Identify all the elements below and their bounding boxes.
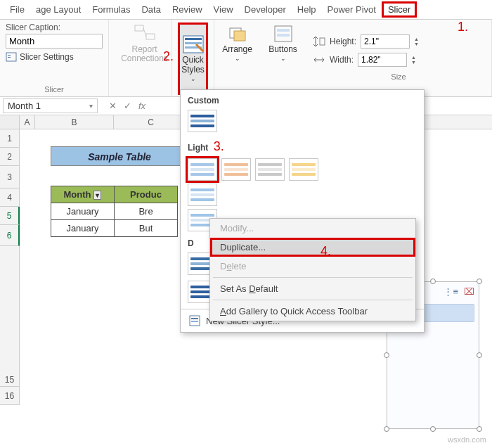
style-swatch-selected[interactable] (188, 158, 217, 181)
clear-filter-icon[interactable]: ⌧ (464, 286, 474, 297)
cell[interactable]: Bre (115, 203, 178, 220)
svg-rect-17 (191, 318, 198, 319)
col-header-B[interactable]: B (35, 115, 114, 129)
table-row[interactable]: JanuaryBre (51, 203, 178, 220)
style-swatch[interactable] (221, 158, 251, 181)
ribbon: Slicer Caption: Slicer Settings Slicer R… (0, 20, 492, 97)
resize-handle[interactable] (430, 279, 436, 284)
cancel-formula-icon[interactable]: ✕ (109, 101, 117, 111)
tab-data[interactable]: Data (136, 1, 166, 18)
annotation-2: 2. (163, 49, 174, 64)
chevron-down-icon: ⌄ (235, 56, 240, 63)
tab-file[interactable]: File (4, 1, 30, 18)
svg-rect-1 (8, 55, 11, 56)
arrange-button[interactable]: Arrange ⌄ (214, 20, 260, 96)
ctx-duplicate-label: Duplicate... (220, 242, 266, 252)
buttons-button[interactable]: Buttons ⌄ (260, 20, 306, 96)
annotation-3: 3. (214, 139, 224, 153)
table-row[interactable]: JanuaryBut (51, 220, 178, 237)
width-spinner[interactable]: ▲▼ (411, 55, 416, 65)
slicer-settings-button[interactable]: Slicer Settings (6, 51, 103, 63)
style-swatch[interactable] (188, 184, 217, 206)
row-header[interactable]: 15 (0, 246, 20, 387)
row-header[interactable]: 1 (0, 129, 20, 148)
ctx-delete: Delete (210, 257, 415, 276)
cell[interactable]: But (115, 220, 178, 237)
svg-rect-7 (185, 42, 202, 44)
resize-handle[interactable] (384, 426, 389, 432)
quick-styles-icon (182, 34, 205, 54)
ctx-add-to-qat[interactable]: Add Gallery to Quick Access Toolbar (210, 302, 415, 321)
row-header[interactable]: 6 (0, 225, 20, 246)
filter-icon[interactable]: ▾ (93, 191, 101, 200)
tab-review[interactable]: Review (167, 1, 208, 18)
svg-rect-3 (135, 25, 143, 31)
multi-select-icon[interactable]: ⋮≡ (444, 286, 458, 297)
style-swatch[interactable] (289, 158, 318, 181)
buttons-icon (273, 24, 294, 44)
tab-developer[interactable]: Developer (239, 1, 292, 18)
row-header[interactable]: 2 (0, 148, 20, 166)
arrange-label: Arrange (222, 45, 252, 54)
svg-rect-2 (8, 57, 11, 58)
col-header-C[interactable]: C (114, 115, 188, 129)
name-box[interactable]: Month 1 ▾ (3, 98, 98, 113)
quick-styles-label: Quick Styles (180, 56, 206, 74)
resize-handle[interactable] (384, 352, 389, 358)
tab-view[interactable]: View (208, 1, 239, 18)
tab-page-layout[interactable]: age Layout (30, 1, 86, 18)
group-slicer-styles: Quick Styles ⌄ (172, 20, 214, 96)
group-label-size: Size (313, 71, 484, 82)
group-slicer: Slicer Caption: Slicer Settings Slicer (0, 20, 109, 96)
ctx-duplicate[interactable]: Duplicate... 4. (210, 238, 415, 257)
col-header-A[interactable]: A (20, 115, 35, 129)
tab-formulas[interactable]: Formulas (86, 1, 136, 18)
row-header[interactable]: 4 (0, 188, 20, 207)
group-label-slicer: Slicer (6, 84, 103, 95)
resize-handle[interactable] (430, 426, 436, 432)
chevron-down-icon: ⌄ (190, 76, 196, 83)
select-all-corner[interactable] (0, 115, 20, 129)
svg-rect-18 (191, 321, 198, 322)
slicer-caption-input[interactable] (6, 34, 103, 49)
cell[interactable]: January (51, 203, 115, 220)
tab-slicer[interactable]: Slicer (382, 1, 417, 18)
fx-icon[interactable]: fx (138, 101, 145, 111)
style-swatch[interactable] (255, 158, 285, 181)
height-input[interactable] (361, 34, 410, 49)
col-month[interactable]: Month▾ (51, 186, 115, 203)
ctx-separator (213, 277, 413, 278)
row-header[interactable]: 3 (0, 166, 20, 188)
row-header[interactable]: 16 (0, 387, 20, 405)
quick-styles-button[interactable]: Quick Styles ⌄ (178, 23, 208, 95)
row-header[interactable]: 5 (0, 207, 20, 225)
resize-handle[interactable] (477, 352, 482, 358)
svg-rect-12 (277, 29, 290, 32)
tab-help[interactable]: Help (292, 1, 322, 18)
style-swatch[interactable] (188, 110, 217, 132)
enter-formula-icon[interactable]: ✓ (124, 101, 131, 111)
resize-handle[interactable] (477, 426, 482, 432)
annotation-1: 1. (458, 20, 468, 34)
table-title: Sample Table (51, 146, 188, 166)
height-label: Height: (330, 37, 356, 46)
gallery-section-light: Light 3. (181, 134, 424, 157)
resize-handle[interactable] (477, 279, 482, 284)
height-spinner[interactable]: ▲▼ (414, 37, 419, 46)
col-product[interactable]: Produc (115, 186, 178, 203)
width-input[interactable] (358, 53, 407, 67)
ctx-set-default[interactable]: Set As Default (210, 279, 415, 298)
ctx-separator (213, 300, 413, 300)
cell[interactable]: January (51, 220, 115, 237)
tab-power-pivot[interactable]: Power Pivot (322, 1, 382, 18)
report-connections-icon (134, 23, 156, 44)
width-icon (313, 55, 325, 65)
sample-table: Sample Table Month▾ Produc JanuaryBre Ja… (51, 146, 188, 237)
settings-icon (6, 51, 17, 63)
chevron-down-icon: ⌄ (280, 56, 286, 63)
data-table: Month▾ Produc JanuaryBre JanuaryBut (51, 186, 178, 237)
gallery-section-custom: Custom (181, 90, 424, 108)
chevron-down-icon: ▾ (89, 102, 93, 110)
svg-rect-14 (320, 38, 325, 45)
svg-rect-10 (234, 31, 245, 41)
